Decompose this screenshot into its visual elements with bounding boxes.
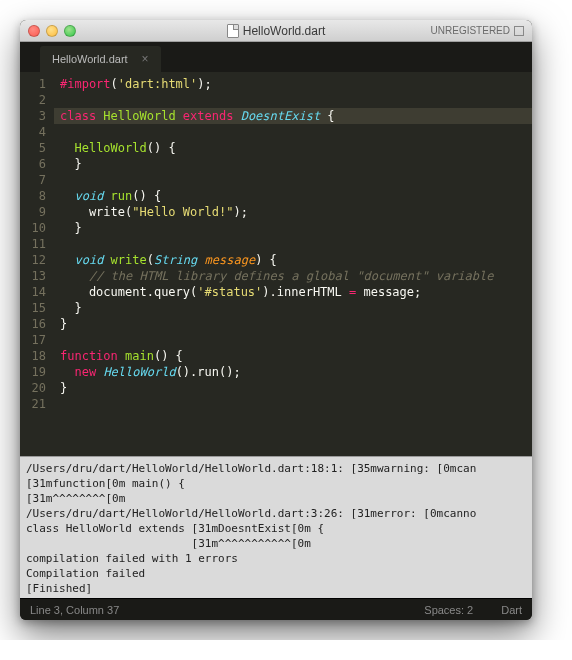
code-line[interactable]: } [54,380,532,396]
line-number-gutter: 123456789101112131415161718192021 [20,72,54,456]
status-bar: Line 3, Column 37 Spaces: 2 Dart [20,598,532,620]
code-line[interactable] [54,236,532,252]
line-number: 20 [24,380,46,396]
code-line[interactable] [54,396,532,412]
unregistered-label: UNREGISTERED [431,25,510,36]
code-line[interactable]: #import('dart:html'); [54,76,532,92]
code-line[interactable]: new HelloWorld().run(); [54,364,532,380]
code-line[interactable]: } [54,220,532,236]
line-number: 10 [24,220,46,236]
fullscreen-icon[interactable] [514,26,524,36]
tab-close-icon[interactable]: × [142,52,149,66]
line-number: 19 [24,364,46,380]
line-number: 16 [24,316,46,332]
tab-bar: HelloWorld.dart × [20,42,532,72]
code-line[interactable] [54,172,532,188]
line-number: 11 [24,236,46,252]
code-line[interactable]: void run() { [54,188,532,204]
line-number: 7 [24,172,46,188]
document-icon [227,24,239,38]
code-line[interactable]: function main() { [54,348,532,364]
code-line[interactable]: write("Hello World!"); [54,204,532,220]
titlebar: HelloWorld.dart UNREGISTERED [20,20,532,42]
line-number: 5 [24,140,46,156]
code-line[interactable]: } [54,300,532,316]
code-line[interactable]: } [54,316,532,332]
code-area[interactable]: #import('dart:html'); class HelloWorld e… [54,72,532,456]
title-right: UNREGISTERED [431,25,524,36]
line-number: 1 [24,76,46,92]
line-number: 9 [24,204,46,220]
editor-area[interactable]: 123456789101112131415161718192021 #impor… [20,72,532,456]
zoom-window-button[interactable] [64,25,76,37]
traffic-lights [28,25,76,37]
window-title-text: HelloWorld.dart [243,24,325,38]
tab-helloworld[interactable]: HelloWorld.dart × [40,46,161,72]
close-window-button[interactable] [28,25,40,37]
code-line[interactable]: } [54,156,532,172]
line-number: 8 [24,188,46,204]
minimize-window-button[interactable] [46,25,58,37]
code-line[interactable] [54,332,532,348]
code-line[interactable]: document.query('#status').innerHTML = me… [54,284,532,300]
editor-window: HelloWorld.dart UNREGISTERED HelloWorld.… [20,20,532,620]
line-number: 18 [24,348,46,364]
line-number: 6 [24,156,46,172]
cursor-position[interactable]: Line 3, Column 37 [30,604,119,616]
line-number: 2 [24,92,46,108]
code-line[interactable]: HelloWorld() { [54,140,532,156]
line-number: 21 [24,396,46,412]
syntax-mode[interactable]: Dart [501,604,522,616]
code-line[interactable] [54,92,532,108]
tab-label: HelloWorld.dart [52,53,128,65]
line-number: 12 [24,252,46,268]
build-output-panel[interactable]: /Users/dru/dart/HelloWorld/HelloWorld.da… [20,456,532,598]
line-number: 3 [24,108,46,124]
line-number: 17 [24,332,46,348]
code-line[interactable]: class HelloWorld extends DoesntExist { [54,108,532,124]
line-number: 13 [24,268,46,284]
code-line[interactable]: // the HTML library defines a global "do… [54,268,532,284]
code-line[interactable] [54,124,532,140]
line-number: 14 [24,284,46,300]
line-number: 4 [24,124,46,140]
indentation-setting[interactable]: Spaces: 2 [424,604,473,616]
code-line[interactable]: void write(String message) { [54,252,532,268]
line-number: 15 [24,300,46,316]
